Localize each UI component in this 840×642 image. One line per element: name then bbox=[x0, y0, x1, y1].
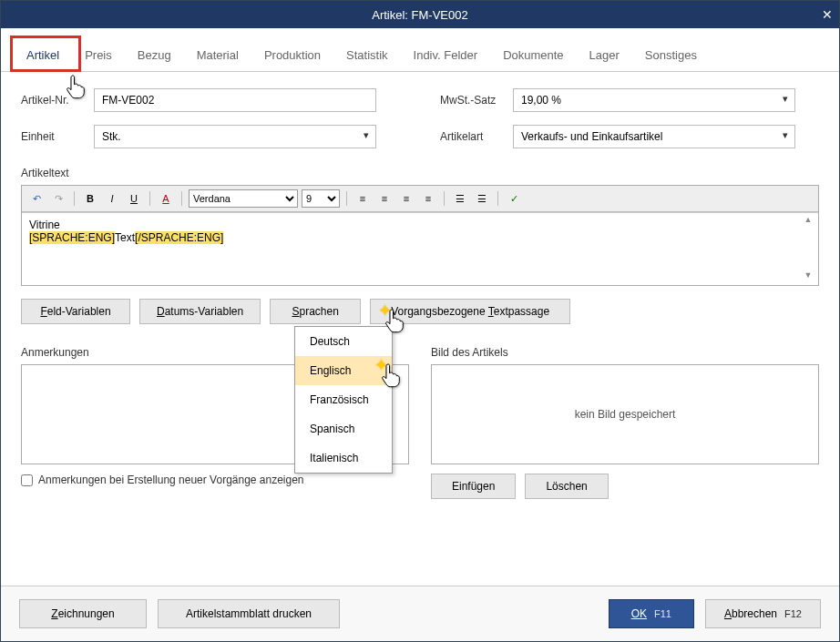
close-button[interactable]: ✕ bbox=[815, 1, 839, 28]
anmerkungen-checkbox-label: Anmerkungen bei Erstellung neuer Vorgäng… bbox=[38, 474, 304, 486]
bild-label: Bild des Artikels bbox=[431, 346, 819, 359]
abbrechen-button[interactable]: AbbrechenF12 bbox=[705, 599, 821, 628]
artikeltext-label: Artikeltext bbox=[21, 167, 819, 179]
tab-sonstiges[interactable]: Sonstiges bbox=[632, 41, 710, 71]
footer: Zeichnungen Artikelstammblatt drucken OK… bbox=[1, 586, 839, 641]
tabs-bar: Artikel Preis Bezug Material Produktion … bbox=[1, 41, 839, 72]
spellcheck-icon[interactable]: ✓ bbox=[505, 190, 523, 207]
align-left-icon[interactable]: ≡ bbox=[353, 190, 372, 207]
tab-material[interactable]: Material bbox=[184, 41, 251, 71]
tab-bezug[interactable]: Bezug bbox=[125, 41, 184, 71]
tab-produktion[interactable]: Produktion bbox=[251, 41, 333, 71]
align-center-icon[interactable]: ≡ bbox=[375, 190, 394, 207]
scroll-up-icon[interactable]: ▲ bbox=[802, 215, 814, 228]
tab-statistik[interactable]: Statistik bbox=[333, 41, 401, 71]
zeichnungen-button[interactable]: Zeichnungen bbox=[19, 599, 147, 628]
font-color-icon[interactable]: A bbox=[157, 190, 175, 207]
tab-indiv-felder[interactable]: Indiv. Felder bbox=[401, 41, 491, 71]
artikelart-select[interactable] bbox=[513, 125, 795, 148]
loeschen-button[interactable]: Löschen bbox=[525, 474, 608, 499]
redo-icon[interactable]: ↷ bbox=[49, 190, 67, 207]
richtext-editor: ↶ ↷ B I U A Verdana 9 ≡ ≡ ≡ ≡ ☰ ☰ bbox=[21, 185, 819, 286]
undo-icon[interactable]: ↶ bbox=[27, 190, 46, 207]
einfuegen-button[interactable]: Einfügen bbox=[431, 474, 516, 499]
lang-item-deutsch[interactable]: Deutsch bbox=[295, 327, 392, 356]
artikelnr-label: Artikel-Nr. bbox=[21, 94, 85, 107]
form-area: Artikel-Nr. MwSt.-Satz Einheit Artikelar… bbox=[1, 72, 839, 515]
align-right-icon[interactable]: ≡ bbox=[397, 190, 415, 207]
editor-line1: Vitrine bbox=[29, 219, 811, 231]
lang-item-franzoesisch[interactable]: Französisch bbox=[295, 385, 392, 414]
ok-button[interactable]: OKF11 bbox=[609, 599, 694, 628]
variable-buttons-row: FFeld-Variableneld-Variablen Datums-Vari… bbox=[21, 299, 819, 324]
italic-icon[interactable]: I bbox=[103, 190, 121, 207]
font-family-select[interactable]: Verdana bbox=[189, 189, 298, 208]
vorgang-textpassage-button[interactable]: Vorgangsbezogene Textpassage bbox=[370, 299, 570, 324]
lang-item-englisch[interactable]: Englisch bbox=[295, 356, 392, 385]
artikelnr-input[interactable] bbox=[94, 88, 376, 112]
anmerkungen-checkbox[interactable] bbox=[21, 474, 33, 486]
tab-preis[interactable]: Preis bbox=[72, 41, 125, 71]
number-list-icon[interactable]: ☰ bbox=[473, 190, 491, 207]
editor-content[interactable]: Vitrine [SPRACHE:ENG]Text[/SPRACHE:ENG] … bbox=[22, 212, 818, 285]
editor-line2: [SPRACHE:ENG]Text[/SPRACHE:ENG] bbox=[29, 231, 811, 244]
mwst-select[interactable] bbox=[513, 88, 795, 112]
article-window: Artikel: FM-VE002 ✕ Artikel Preis Bezug … bbox=[0, 0, 840, 642]
sprachen-dropdown: Deutsch Englisch Französisch Spanisch It… bbox=[294, 326, 393, 474]
underline-icon[interactable]: U bbox=[125, 190, 143, 207]
tab-lager[interactable]: Lager bbox=[577, 41, 632, 71]
tab-artikel[interactable]: Artikel bbox=[14, 41, 72, 71]
window-title: Artikel: FM-VE002 bbox=[372, 8, 467, 22]
lang-item-italienisch[interactable]: Italienisch bbox=[295, 443, 392, 473]
bullet-list-icon[interactable]: ☰ bbox=[451, 190, 469, 207]
bild-empty-text: kein Bild gespeichert bbox=[575, 408, 676, 421]
stammblatt-button[interactable]: Artikelstammblatt drucken bbox=[158, 599, 340, 628]
bild-box: kein Bild gespeichert bbox=[431, 364, 819, 464]
mwst-label: MwSt.-Satz bbox=[440, 94, 504, 107]
font-size-select[interactable]: 9 bbox=[302, 189, 340, 208]
titlebar: Artikel: FM-VE002 ✕ bbox=[1, 1, 839, 28]
editor-toolbar: ↶ ↷ B I U A Verdana 9 ≡ ≡ ≡ ≡ ☰ ☰ bbox=[22, 186, 818, 212]
bold-icon[interactable]: B bbox=[81, 190, 99, 207]
lang-item-spanisch[interactable]: Spanisch bbox=[295, 414, 392, 443]
align-justify-icon[interactable]: ≡ bbox=[419, 190, 437, 207]
scroll-down-icon[interactable]: ▼ bbox=[802, 270, 814, 283]
einheit-label: Einheit bbox=[21, 130, 85, 143]
tab-dokumente[interactable]: Dokumente bbox=[490, 41, 576, 71]
datums-variablen-button[interactable]: Datums-Variablen bbox=[139, 299, 261, 324]
artikelart-label: Artikelart bbox=[440, 130, 504, 143]
sprachen-button[interactable]: Sprachen bbox=[270, 299, 361, 324]
feld-variablen-button[interactable]: FFeld-Variableneld-Variablen bbox=[21, 299, 130, 324]
einheit-select[interactable] bbox=[94, 125, 376, 148]
